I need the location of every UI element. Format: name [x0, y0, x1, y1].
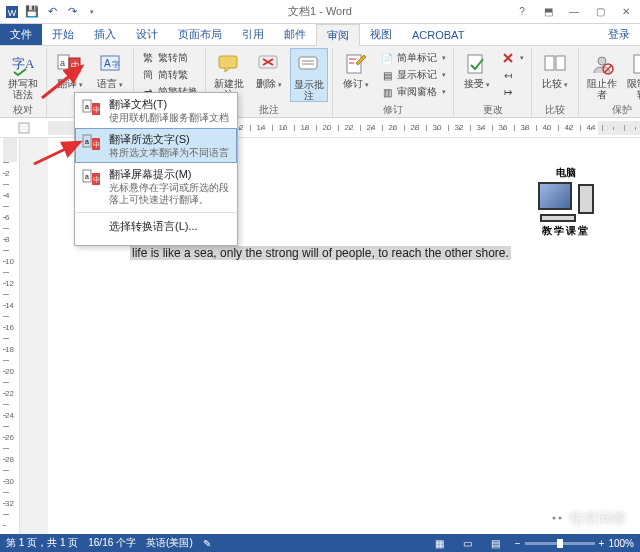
show-comments-button[interactable]: 显示批注	[290, 48, 328, 102]
status-page[interactable]: 第 1 页，共 1 页	[6, 536, 78, 550]
language-button[interactable]: A字 语言▾	[91, 48, 129, 89]
review-pane-button[interactable]: ▥审阅窗格▾	[377, 84, 449, 100]
tab-file[interactable]: 文件	[0, 24, 42, 45]
undo-icon[interactable]: ↶	[44, 4, 60, 20]
window-title: 文档1 - Word	[288, 4, 352, 19]
svg-point-21	[598, 57, 606, 65]
clipart-caption-top: 电脑	[528, 166, 604, 180]
title-bar: W 💾 ↶ ↷ ▾ 文档1 - Word ? ⬒ — ▢ ✕	[0, 0, 640, 24]
next-change-button[interactable]: ↦	[498, 84, 527, 100]
view-read-mode-icon[interactable]: ▭	[459, 536, 477, 550]
group-label-changes: 更改	[458, 103, 527, 117]
show-comments-icon	[295, 51, 323, 79]
redo-icon[interactable]: ↷	[64, 4, 80, 20]
svg-point-41	[559, 517, 562, 520]
qat-dropdown-icon[interactable]: ▾	[84, 4, 100, 20]
group-protect: 阻止作者 限制编辑 保护	[579, 48, 640, 117]
svg-text:a: a	[85, 103, 89, 110]
show-markup-button[interactable]: ▤显示标记▾	[377, 67, 449, 83]
delete-comment-button[interactable]: 删除▾	[250, 48, 288, 89]
show-markup-icon: ▤	[380, 68, 394, 82]
menu-translate-selection[interactable]: a中 翻译所选文字(S)将所选文本翻译为不同语言	[75, 128, 237, 163]
accept-button[interactable]: 接受▾	[458, 48, 496, 89]
vertical-ruler[interactable]: 2468101214161820222426283032	[0, 138, 20, 534]
maximize-icon[interactable]: ▢	[588, 3, 612, 21]
tradify-button[interactable]: 簡简转繁	[138, 67, 201, 83]
simplify-icon: 繁	[141, 51, 155, 65]
svg-text:中: 中	[93, 141, 100, 148]
svg-point-39	[549, 511, 565, 527]
restrict-edit-icon	[628, 50, 640, 78]
zoom-out-button[interactable]: −	[515, 538, 521, 549]
view-web-layout-icon[interactable]: ▤	[487, 536, 505, 550]
status-bar: 第 1 页，共 1 页 16/16 个字 英语(美国) ✎ ▦ ▭ ▤ − + …	[0, 534, 640, 552]
ribbon-tabs: 文件 开始 插入 设计 页面布局 引用 邮件 审阅 视图 ACROBAT 登录	[0, 24, 640, 46]
simplify-button[interactable]: 繁繁转简	[138, 50, 201, 66]
new-comment-icon	[215, 50, 243, 78]
clipart-caption-bottom: 教学课堂	[528, 224, 604, 238]
spell-check-icon: 字A	[9, 50, 37, 78]
view-print-layout-icon[interactable]: ▦	[431, 536, 449, 550]
chevron-down-icon: ▾	[564, 81, 568, 88]
close-icon[interactable]: ✕	[614, 3, 638, 21]
clipart-computer[interactable]: 电脑 教学课堂	[528, 166, 604, 238]
status-words[interactable]: 16/16 个字	[88, 536, 136, 550]
save-icon[interactable]: 💾	[24, 4, 40, 20]
svg-text:字: 字	[112, 60, 120, 69]
svg-rect-12	[299, 57, 317, 69]
svg-text:W: W	[8, 8, 17, 18]
tab-references[interactable]: 引用	[232, 24, 274, 45]
tab-home[interactable]: 开始	[42, 24, 84, 45]
reject-button[interactable]: ▾	[498, 50, 527, 66]
tab-review[interactable]: 审阅	[316, 24, 360, 46]
tab-acrobat[interactable]: ACROBAT	[402, 24, 474, 45]
zoom-control: − + 100%	[515, 538, 634, 549]
restrict-edit-button[interactable]: 限制编辑	[623, 48, 640, 100]
svg-rect-20	[556, 56, 565, 70]
spell-check-button[interactable]: 字A 拼写和语法	[4, 48, 42, 100]
tab-layout[interactable]: 页面布局	[168, 24, 232, 45]
block-authors-button[interactable]: 阻止作者	[583, 48, 621, 100]
track-changes-button[interactable]: 修订▾	[337, 48, 375, 89]
svg-rect-26	[19, 123, 29, 133]
tab-insert[interactable]: 插入	[84, 24, 126, 45]
status-insert-icon[interactable]: ✎	[203, 538, 211, 549]
menu-translate-tooltip[interactable]: a中 翻译屏幕提示(M)光标悬停在字词或所选的段落上可快速进行翻译。	[75, 163, 237, 210]
annotation-arrow-2	[32, 138, 88, 168]
zoom-in-button[interactable]: +	[599, 538, 605, 549]
review-pane-icon: ▥	[380, 85, 394, 99]
chevron-down-icon: ▾	[442, 88, 446, 96]
tab-design[interactable]: 设计	[126, 24, 168, 45]
tab-mailings[interactable]: 邮件	[274, 24, 316, 45]
menu-translate-document[interactable]: a中 翻译文档(T)使用联机翻译服务翻译文档	[75, 93, 237, 128]
minimize-icon[interactable]: —	[562, 3, 586, 21]
login-link[interactable]: 登录	[598, 24, 640, 45]
group-label-protect: 保护	[583, 103, 640, 117]
tab-view[interactable]: 视图	[360, 24, 402, 45]
ribbon-display-icon[interactable]: ⬒	[536, 3, 560, 21]
markup-display-button[interactable]: 📄简单标记▾	[377, 50, 449, 66]
zoom-slider[interactable]	[525, 542, 595, 545]
group-label-tracking: 修订	[337, 103, 449, 117]
group-label-proofing: 校对	[4, 103, 42, 117]
help-icon[interactable]: ?	[510, 3, 534, 21]
zoom-level[interactable]: 100%	[608, 538, 634, 549]
menu-separator	[75, 212, 237, 213]
track-changes-icon	[342, 50, 370, 78]
chevron-down-icon: ▾	[119, 81, 123, 88]
menu-choose-language[interactable]: 选择转换语言(L)...	[75, 215, 237, 245]
watermark: 悟空问答	[548, 510, 626, 528]
accept-icon	[463, 50, 491, 78]
compare-button[interactable]: 比较▾	[536, 48, 574, 89]
compare-icon	[541, 50, 569, 78]
svg-rect-10	[219, 56, 237, 68]
selected-text[interactable]: life is like a sea, only the strong will…	[130, 246, 511, 260]
markup-display-icon: 📄	[380, 51, 394, 65]
prev-change-button[interactable]: ↤	[498, 67, 527, 83]
chevron-down-icon: ▾	[486, 81, 490, 88]
next-icon: ↦	[501, 85, 515, 99]
reject-icon	[501, 51, 515, 65]
chevron-down-icon: ▾	[442, 54, 446, 62]
tradify-icon: 簡	[141, 68, 155, 82]
status-language[interactable]: 英语(美国)	[146, 536, 193, 550]
